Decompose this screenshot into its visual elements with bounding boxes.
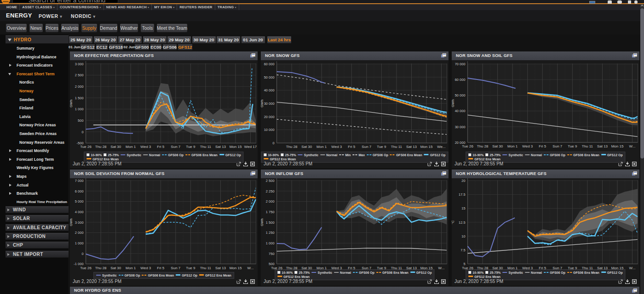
svg-text:Mon 15: Mon 15 [230, 266, 242, 270]
svg-text:Tue 9: Tue 9 [377, 145, 386, 149]
svg-text:70 000: 70 000 [455, 62, 466, 66]
svg-text:1 750: 1 750 [266, 210, 275, 214]
svg-text:12.5: 12.5 [459, 220, 466, 225]
svg-text:We...: We... [437, 145, 446, 149]
svg-text:Tue 9: Tue 9 [568, 144, 577, 148]
svg-text:°C: °C [452, 220, 455, 224]
svg-text:Tue 26: Tue 26 [80, 145, 92, 149]
svg-text:Sun 7: Sun 7 [171, 266, 180, 270]
svg-text:3 000: 3 000 [75, 220, 84, 225]
svg-text:Fri 5: Fri 5 [157, 266, 165, 270]
svg-text:GWh: GWh [261, 100, 264, 107]
svg-text:7.5: 7.5 [460, 248, 465, 252]
svg-text:0: 0 [81, 252, 83, 256]
svg-text:Tue 26: Tue 26 [80, 266, 92, 270]
svg-text:750: 750 [269, 252, 275, 256]
svg-text:Sat 30: Sat 30 [110, 145, 121, 149]
svg-text:2 000: 2 000 [75, 231, 84, 235]
svg-text:Wed 3: Wed 3 [331, 145, 342, 149]
svg-text:Wed 3: Wed 3 [522, 144, 533, 148]
svg-text:Thu 11: Thu 11 [200, 145, 212, 149]
svg-text:0: 0 [272, 141, 274, 145]
svg-text:Sat 13: Sat 13 [597, 144, 608, 148]
svg-text:Fri 5: Fri 5 [157, 145, 165, 149]
svg-text:500: 500 [78, 119, 84, 123]
svg-text:1 000: 1 000 [75, 241, 84, 245]
svg-text:1 500: 1 500 [75, 96, 84, 100]
svg-text:60 000: 60 000 [455, 78, 466, 82]
svg-text:2 250: 2 250 [266, 189, 275, 193]
svg-text:2 500: 2 500 [75, 73, 84, 77]
svg-text:Thu 11: Thu 11 [582, 144, 593, 148]
svg-text:20: 20 [461, 179, 465, 183]
svg-text:5 000: 5 000 [75, 199, 84, 204]
svg-text:Mon 1: Mon 1 [126, 266, 136, 270]
svg-text:2 000: 2 000 [75, 85, 84, 89]
svg-text:60 000: 60 000 [264, 62, 275, 66]
svg-text:Sat 13: Sat 13 [406, 145, 417, 149]
svg-text:4 000: 4 000 [75, 210, 84, 214]
svg-text:Thu 11: Thu 11 [200, 266, 212, 270]
svg-text:Wed 17: Wed 17 [244, 145, 257, 149]
svg-text:W...: W... [629, 144, 636, 148]
svg-text:Tue 26: Tue 26 [462, 144, 473, 148]
svg-text:2 000: 2 000 [266, 199, 275, 204]
svg-text:0: 0 [81, 130, 83, 134]
svg-text:40 000: 40 000 [264, 88, 275, 92]
svg-text:Tue 9: Tue 9 [186, 266, 196, 270]
svg-text:1 500: 1 500 [266, 220, 275, 225]
svg-text:GWh: GWh [70, 100, 73, 107]
svg-text:Sat 30: Sat 30 [492, 144, 503, 148]
svg-text:7 000: 7 000 [75, 179, 84, 183]
svg-text:Fri 5: Fri 5 [348, 145, 356, 149]
svg-text:Mon 15: Mon 15 [611, 144, 624, 148]
svg-text:Sun 7: Sun 7 [362, 145, 371, 149]
svg-text:Wed 3: Wed 3 [140, 266, 151, 270]
svg-text:Mon 1: Mon 1 [507, 144, 518, 148]
svg-text:10 000: 10 000 [264, 128, 275, 132]
svg-text:Thu 28: Thu 28 [477, 144, 489, 148]
svg-text:Mon 1: Mon 1 [126, 145, 136, 149]
svg-text:3 000: 3 000 [75, 62, 84, 66]
svg-text:Sun 7: Sun 7 [171, 145, 180, 149]
svg-text:10: 10 [461, 234, 465, 238]
svg-text:GWh: GWh [70, 218, 73, 226]
svg-text:Sat 13: Sat 13 [215, 145, 226, 149]
svg-text:1 000: 1 000 [266, 241, 275, 245]
svg-text:Fri 5: Fri 5 [539, 144, 546, 148]
svg-text:Sat 30: Sat 30 [301, 145, 312, 149]
svg-text:30 000: 30 000 [264, 102, 275, 106]
svg-text:Thu 28: Thu 28 [95, 145, 107, 149]
svg-text:2 500: 2 500 [266, 179, 275, 183]
svg-text:40 000: 40 000 [455, 109, 466, 113]
svg-text:Thu 28: Thu 28 [95, 266, 107, 270]
svg-text:W...: W... [438, 266, 445, 270]
svg-text:1 000: 1 000 [75, 107, 84, 111]
svg-text:W...: W... [247, 266, 254, 270]
svg-text:6 000: 6 000 [75, 189, 84, 193]
svg-text:1 250: 1 250 [266, 231, 275, 235]
svg-text:GWh: GWh [452, 99, 455, 107]
svg-text:W...: W... [629, 266, 636, 270]
svg-text:Wed 3: Wed 3 [140, 145, 151, 149]
svg-text:50 000: 50 000 [455, 93, 466, 97]
svg-text:Sat 30: Sat 30 [110, 266, 121, 270]
svg-text:50 000: 50 000 [264, 75, 275, 79]
svg-text:17.5: 17.5 [459, 192, 466, 197]
svg-text:Tue 9: Tue 9 [186, 145, 196, 149]
svg-text:GWh: GWh [261, 218, 264, 226]
svg-text:Mon 1: Mon 1 [316, 145, 327, 149]
svg-text:20 000: 20 000 [264, 115, 275, 119]
svg-text:15: 15 [461, 206, 465, 210]
svg-text:Sun 7: Sun 7 [552, 144, 562, 148]
svg-text:Thu 11: Thu 11 [391, 145, 402, 149]
svg-text:Thu 28: Thu 28 [286, 145, 298, 149]
svg-text:Mon 15: Mon 15 [230, 145, 242, 149]
svg-text:Mon 15: Mon 15 [420, 145, 433, 149]
svg-text:Sat 13: Sat 13 [215, 266, 226, 270]
svg-text:30 000: 30 000 [455, 125, 466, 129]
